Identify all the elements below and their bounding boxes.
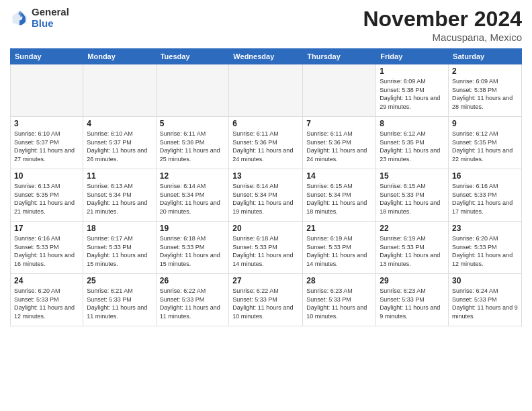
- day-info: Sunrise: 6:12 AM Sunset: 5:35 PM Dayligh…: [380, 130, 445, 163]
- logo-text: General Blue: [32, 7, 69, 29]
- day-info: Sunrise: 6:23 AM Sunset: 5:33 PM Dayligh…: [380, 287, 445, 320]
- day-number: 23: [452, 224, 518, 233]
- day-info: Sunrise: 6:19 AM Sunset: 5:33 PM Dayligh…: [380, 234, 445, 268]
- page: General Blue November 2024 Macuspana, Me…: [0, 0, 532, 411]
- header-tuesday: Tuesday: [156, 49, 229, 64]
- calendar-cell-w4-d6: 30Sunrise: 6:24 AM Sunset: 5:33 PM Dayli…: [449, 274, 522, 326]
- location-subtitle: Macuspana, Mexico: [363, 32, 522, 43]
- day-info: Sunrise: 6:18 AM Sunset: 5:33 PM Dayligh…: [232, 234, 299, 268]
- week-row-2: 10Sunrise: 6:13 AM Sunset: 5:35 PM Dayli…: [11, 169, 522, 222]
- calendar-cell-w3-d0: 17Sunrise: 6:16 AM Sunset: 5:33 PM Dayli…: [11, 222, 83, 274]
- calendar-cell-w0-d4: [303, 64, 376, 117]
- calendar-cell-w4-d4: 28Sunrise: 6:23 AM Sunset: 5:33 PM Dayli…: [303, 274, 376, 326]
- calendar-cell-w0-d0: [11, 64, 83, 117]
- day-info: Sunrise: 6:22 AM Sunset: 5:33 PM Dayligh…: [160, 287, 226, 320]
- week-row-3: 17Sunrise: 6:16 AM Sunset: 5:33 PM Dayli…: [11, 222, 522, 274]
- day-number: 1: [380, 66, 445, 76]
- day-number: 12: [160, 171, 226, 181]
- day-info: Sunrise: 6:11 AM Sunset: 5:36 PM Dayligh…: [232, 130, 299, 163]
- day-info: Sunrise: 6:09 AM Sunset: 5:38 PM Dayligh…: [380, 77, 445, 111]
- day-info: Sunrise: 6:15 AM Sunset: 5:34 PM Dayligh…: [306, 182, 372, 216]
- calendar-cell-w2-d6: 16Sunrise: 6:16 AM Sunset: 5:33 PM Dayli…: [449, 169, 522, 222]
- day-number: 8: [380, 119, 445, 128]
- logo: General Blue: [10, 7, 69, 29]
- day-number: 22: [380, 224, 445, 233]
- day-info: Sunrise: 6:21 AM Sunset: 5:33 PM Dayligh…: [87, 287, 152, 320]
- day-number: 26: [160, 276, 226, 285]
- day-info: Sunrise: 6:17 AM Sunset: 5:33 PM Dayligh…: [87, 234, 152, 268]
- day-info: Sunrise: 6:16 AM Sunset: 5:33 PM Dayligh…: [14, 234, 79, 268]
- day-number: 16: [452, 171, 518, 181]
- day-info: Sunrise: 6:14 AM Sunset: 5:34 PM Dayligh…: [232, 182, 299, 216]
- day-number: 24: [14, 276, 79, 285]
- calendar-cell-w2-d1: 11Sunrise: 6:13 AM Sunset: 5:34 PM Dayli…: [83, 169, 156, 222]
- day-info: Sunrise: 6:16 AM Sunset: 5:33 PM Dayligh…: [452, 182, 518, 216]
- day-info: Sunrise: 6:15 AM Sunset: 5:33 PM Dayligh…: [380, 182, 445, 216]
- calendar-cell-w4-d0: 24Sunrise: 6:20 AM Sunset: 5:33 PM Dayli…: [11, 274, 83, 326]
- day-info: Sunrise: 6:12 AM Sunset: 5:35 PM Dayligh…: [452, 130, 518, 163]
- logo-general-text: General: [32, 7, 69, 18]
- calendar-cell-w2-d2: 12Sunrise: 6:14 AM Sunset: 5:34 PM Dayli…: [156, 169, 229, 222]
- day-info: Sunrise: 6:22 AM Sunset: 5:33 PM Dayligh…: [232, 287, 299, 320]
- day-info: Sunrise: 6:20 AM Sunset: 5:33 PM Dayligh…: [452, 234, 518, 268]
- calendar-cell-w1-d3: 6Sunrise: 6:11 AM Sunset: 5:36 PM Daylig…: [229, 117, 303, 169]
- week-row-4: 24Sunrise: 6:20 AM Sunset: 5:33 PM Dayli…: [11, 274, 522, 326]
- day-info: Sunrise: 6:09 AM Sunset: 5:38 PM Dayligh…: [452, 77, 518, 111]
- header-thursday: Thursday: [303, 49, 376, 64]
- day-number: 14: [306, 171, 372, 181]
- calendar-cell-w2-d5: 15Sunrise: 6:15 AM Sunset: 5:33 PM Dayli…: [376, 169, 449, 222]
- day-info: Sunrise: 6:19 AM Sunset: 5:33 PM Dayligh…: [306, 234, 372, 268]
- day-number: 25: [87, 276, 152, 285]
- calendar-cell-w1-d4: 7Sunrise: 6:11 AM Sunset: 5:36 PM Daylig…: [303, 117, 376, 169]
- header-sunday: Sunday: [11, 49, 83, 64]
- day-info: Sunrise: 6:10 AM Sunset: 5:37 PM Dayligh…: [14, 130, 79, 163]
- logo-blue-text: Blue: [32, 18, 69, 30]
- day-number: 15: [380, 171, 445, 181]
- calendar-cell-w2-d4: 14Sunrise: 6:15 AM Sunset: 5:34 PM Dayli…: [303, 169, 376, 222]
- calendar-cell-w2-d0: 10Sunrise: 6:13 AM Sunset: 5:35 PM Dayli…: [11, 169, 83, 222]
- header-monday: Monday: [83, 49, 156, 64]
- calendar-cell-w2-d3: 13Sunrise: 6:14 AM Sunset: 5:34 PM Dayli…: [229, 169, 303, 222]
- calendar-cell-w0-d1: [83, 64, 156, 117]
- day-number: 21: [306, 224, 372, 233]
- day-number: 20: [232, 224, 299, 233]
- day-info: Sunrise: 6:24 AM Sunset: 5:33 PM Dayligh…: [452, 287, 518, 320]
- week-row-0: 1Sunrise: 6:09 AM Sunset: 5:38 PM Daylig…: [11, 64, 522, 117]
- header-wednesday: Wednesday: [229, 49, 303, 64]
- calendar-cell-w1-d0: 3Sunrise: 6:10 AM Sunset: 5:37 PM Daylig…: [11, 117, 83, 169]
- day-info: Sunrise: 6:13 AM Sunset: 5:35 PM Dayligh…: [14, 182, 79, 216]
- day-info: Sunrise: 6:10 AM Sunset: 5:37 PM Dayligh…: [87, 130, 152, 163]
- calendar-cell-w1-d6: 9Sunrise: 6:12 AM Sunset: 5:35 PM Daylig…: [449, 117, 522, 169]
- day-info: Sunrise: 6:13 AM Sunset: 5:34 PM Dayligh…: [87, 182, 152, 216]
- day-number: 29: [380, 276, 445, 285]
- calendar-cell-w4-d3: 27Sunrise: 6:22 AM Sunset: 5:33 PM Dayli…: [229, 274, 303, 326]
- day-number: 3: [14, 119, 79, 128]
- calendar-cell-w3-d2: 19Sunrise: 6:18 AM Sunset: 5:33 PM Dayli…: [156, 222, 229, 274]
- calendar-cell-w4-d2: 26Sunrise: 6:22 AM Sunset: 5:33 PM Dayli…: [156, 274, 229, 326]
- calendar-cell-w3-d6: 23Sunrise: 6:20 AM Sunset: 5:33 PM Dayli…: [449, 222, 522, 274]
- calendar-cell-w0-d5: 1Sunrise: 6:09 AM Sunset: 5:38 PM Daylig…: [376, 64, 449, 117]
- calendar-cell-w3-d5: 22Sunrise: 6:19 AM Sunset: 5:33 PM Dayli…: [376, 222, 449, 274]
- day-number: 11: [87, 171, 152, 181]
- calendar-cell-w3-d1: 18Sunrise: 6:17 AM Sunset: 5:33 PM Dayli…: [83, 222, 156, 274]
- calendar-cell-w1-d5: 8Sunrise: 6:12 AM Sunset: 5:35 PM Daylig…: [376, 117, 449, 169]
- calendar-cell-w1-d1: 4Sunrise: 6:10 AM Sunset: 5:37 PM Daylig…: [83, 117, 156, 169]
- day-info: Sunrise: 6:14 AM Sunset: 5:34 PM Dayligh…: [160, 182, 226, 216]
- day-info: Sunrise: 6:11 AM Sunset: 5:36 PM Dayligh…: [306, 130, 372, 163]
- day-info: Sunrise: 6:11 AM Sunset: 5:36 PM Dayligh…: [160, 130, 226, 163]
- calendar-cell-w3-d4: 21Sunrise: 6:19 AM Sunset: 5:33 PM Dayli…: [303, 222, 376, 274]
- logo-icon: [10, 9, 29, 28]
- day-number: 17: [14, 224, 79, 233]
- day-number: 19: [160, 224, 226, 233]
- header-saturday: Saturday: [449, 49, 522, 64]
- day-number: 10: [14, 171, 79, 181]
- day-info: Sunrise: 6:18 AM Sunset: 5:33 PM Dayligh…: [160, 234, 226, 268]
- day-number: 4: [87, 119, 152, 128]
- header-friday: Friday: [376, 49, 449, 64]
- calendar-table: Sunday Monday Tuesday Wednesday Thursday…: [10, 48, 522, 326]
- day-number: 18: [87, 224, 152, 233]
- weekday-header-row: Sunday Monday Tuesday Wednesday Thursday…: [11, 49, 522, 64]
- calendar-cell-w0-d2: [156, 64, 229, 117]
- calendar-cell-w0-d6: 2Sunrise: 6:09 AM Sunset: 5:38 PM Daylig…: [449, 64, 522, 117]
- day-number: 6: [232, 119, 299, 128]
